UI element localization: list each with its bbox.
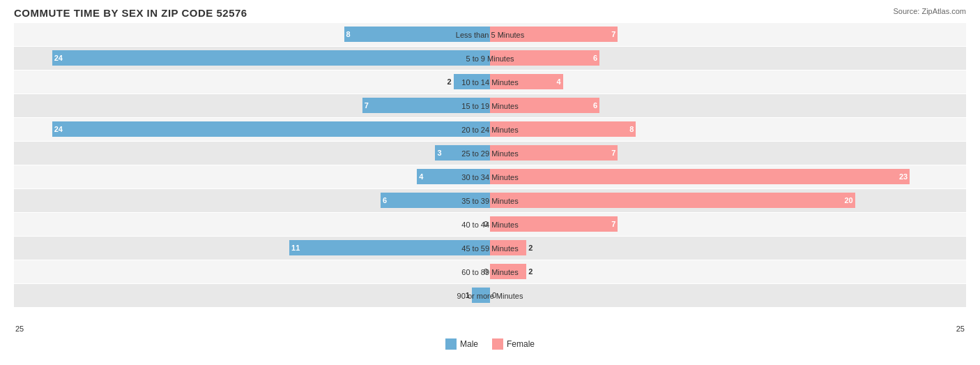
bar-female-value: 2 bbox=[526, 240, 533, 255]
bar-male-value: 24 bbox=[54, 50, 63, 66]
row-label: 30 to 34 Minutes bbox=[461, 173, 518, 181]
bar-female-value: 6 bbox=[593, 98, 597, 113]
bar-female-value: 8 bbox=[629, 121, 634, 137]
bar-female-value: 6 bbox=[593, 50, 597, 66]
axis-labels: 25 25 bbox=[14, 325, 966, 333]
legend-female: Female bbox=[492, 338, 535, 350]
table-row: Less than 5 Minutes87 bbox=[14, 23, 966, 46]
bar-male-value: 4 bbox=[419, 169, 423, 184]
row-label: 20 to 24 Minutes bbox=[461, 126, 518, 134]
row-label: Less than 5 Minutes bbox=[456, 31, 524, 39]
bar-female-value: 4 bbox=[557, 74, 561, 89]
row-label: 25 to 29 Minutes bbox=[461, 149, 518, 158]
bar-male: 11 bbox=[289, 240, 490, 255]
legend: Male Female bbox=[14, 338, 966, 350]
table-row: 25 to 29 Minutes37 bbox=[14, 142, 966, 165]
chart-title: COMMUTE TIME BY SEX IN ZIP CODE 52576 bbox=[14, 7, 966, 19]
axis-left: 25 bbox=[15, 325, 24, 333]
table-row: 20 to 24 Minutes248 bbox=[14, 118, 966, 141]
legend-female-label: Female bbox=[507, 339, 535, 349]
bar-male-value: 3 bbox=[437, 145, 441, 161]
row-label: 40 to 44 Minutes bbox=[461, 221, 518, 229]
table-row: 60 to 89 Minutes02 bbox=[14, 260, 966, 283]
table-row: 10 to 14 Minutes24 bbox=[14, 70, 966, 94]
bar-male-value: 8 bbox=[346, 27, 351, 42]
bar-female: 20 bbox=[490, 193, 855, 208]
source-label: Source: ZipAtlas.com bbox=[893, 7, 966, 15]
row-label: 35 to 39 Minutes bbox=[461, 197, 518, 205]
bar-male: 24 bbox=[52, 50, 490, 66]
row-label: 45 to 59 Minutes bbox=[461, 244, 518, 253]
table-row: 35 to 39 Minutes620 bbox=[14, 189, 966, 212]
bar-male: 24 bbox=[52, 121, 490, 137]
legend-male-label: Male bbox=[460, 339, 478, 349]
bar-female-value: 7 bbox=[611, 145, 615, 161]
table-row: 30 to 34 Minutes423 bbox=[14, 165, 966, 188]
table-row: 40 to 44 Minutes07 bbox=[14, 213, 966, 236]
bar-female-value: 20 bbox=[844, 193, 852, 208]
table-row: 90 or more Minutes10 bbox=[14, 284, 966, 307]
bar-male-value: 6 bbox=[383, 193, 387, 208]
bar-male-value: 7 bbox=[365, 98, 369, 113]
row-label: 60 to 89 Minutes bbox=[461, 268, 518, 276]
bar-male-value: 2 bbox=[447, 74, 454, 89]
legend-male-box bbox=[445, 338, 457, 350]
axis-right: 25 bbox=[956, 325, 965, 333]
legend-male: Male bbox=[445, 338, 478, 350]
bars-area: Less than 5 Minutes875 to 9 Minutes24610… bbox=[14, 23, 966, 323]
bar-female-value: 7 bbox=[611, 27, 615, 42]
legend-female-box bbox=[492, 338, 503, 350]
table-row: 15 to 19 Minutes76 bbox=[14, 94, 966, 117]
row-label: 15 to 19 Minutes bbox=[461, 102, 518, 110]
table-row: 45 to 59 Minutes112 bbox=[14, 237, 966, 260]
chart-container: COMMUTE TIME BY SEX IN ZIP CODE 52576 So… bbox=[0, 0, 980, 365]
row-label: 90 or more Minutes bbox=[457, 292, 523, 300]
bar-female-value: 7 bbox=[611, 216, 615, 232]
bar-male-value: 24 bbox=[54, 121, 63, 137]
bar-female-value: 23 bbox=[899, 169, 908, 184]
row-label: 5 to 9 Minutes bbox=[466, 54, 514, 63]
table-row: 5 to 9 Minutes246 bbox=[14, 47, 966, 70]
bar-female: 23 bbox=[490, 169, 910, 184]
row-label: 10 to 14 Minutes bbox=[461, 78, 518, 87]
bar-male-value: 11 bbox=[291, 240, 300, 255]
bar-female-value: 2 bbox=[526, 264, 533, 279]
